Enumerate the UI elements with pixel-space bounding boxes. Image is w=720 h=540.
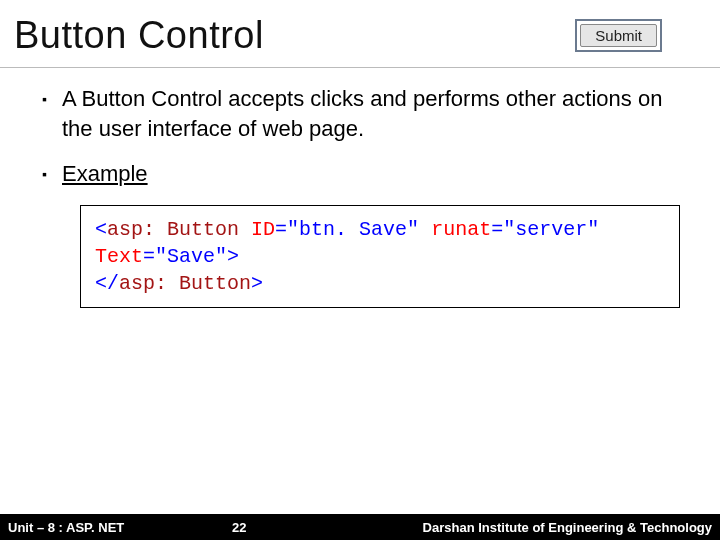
code-example-box: <asp: Button ID="btn. Save" runat="serve… bbox=[80, 205, 680, 308]
code-line: Text="Save"> bbox=[95, 243, 665, 270]
code-token bbox=[239, 218, 251, 241]
code-token: asp: Button bbox=[119, 272, 251, 295]
bullet-marker-icon: ▪ bbox=[42, 84, 62, 143]
slide-header: Button Control Submit bbox=[0, 0, 720, 68]
bullet-item: ▪ Example bbox=[42, 159, 678, 189]
code-token: </ bbox=[95, 272, 119, 295]
footer-institute: Darshan Institute of Engineering & Techn… bbox=[423, 520, 712, 535]
code-line: </asp: Button> bbox=[95, 270, 665, 297]
code-token bbox=[419, 218, 431, 241]
code-token: "btn. Save" bbox=[287, 218, 419, 241]
code-line: <asp: Button ID="btn. Save" runat="serve… bbox=[95, 216, 665, 243]
slide-footer: Unit – 8 : ASP. NET 22 Darshan Institute… bbox=[0, 514, 720, 540]
footer-page-number: 22 bbox=[232, 520, 246, 535]
submit-button-frame: Submit bbox=[575, 19, 662, 52]
code-token: "server" bbox=[503, 218, 599, 241]
footer-unit: Unit – 8 : ASP. NET bbox=[8, 520, 124, 535]
bullet-marker-icon: ▪ bbox=[42, 159, 62, 189]
slide-content: ▪ A Button Control accepts clicks and pe… bbox=[0, 68, 720, 308]
code-token: = bbox=[491, 218, 503, 241]
bullet-text: Example bbox=[62, 159, 678, 189]
code-token: ID bbox=[251, 218, 275, 241]
code-token: asp: Button bbox=[107, 218, 239, 241]
code-token: = bbox=[143, 245, 155, 268]
code-token: = bbox=[275, 218, 287, 241]
page-title: Button Control bbox=[14, 14, 264, 57]
code-token: "Save" bbox=[155, 245, 227, 268]
code-token: runat bbox=[431, 218, 491, 241]
code-token: < bbox=[95, 218, 107, 241]
code-token: > bbox=[227, 245, 239, 268]
bullet-item: ▪ A Button Control accepts clicks and pe… bbox=[42, 84, 678, 143]
slide: Button Control Submit ▪ A Button Control… bbox=[0, 0, 720, 540]
bullet-text: A Button Control accepts clicks and perf… bbox=[62, 84, 678, 143]
code-token: Text bbox=[95, 245, 143, 268]
code-token: > bbox=[251, 272, 263, 295]
submit-button[interactable]: Submit bbox=[580, 24, 657, 47]
example-label: Example bbox=[62, 161, 148, 186]
